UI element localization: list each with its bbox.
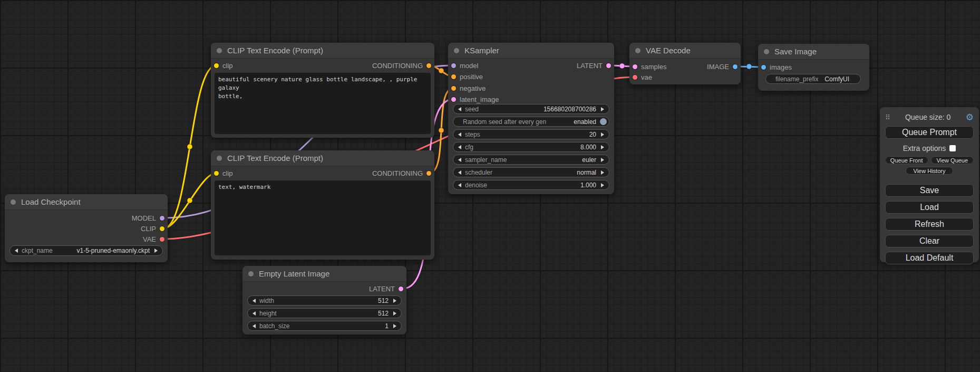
sampler-name-widget[interactable]: sampler_name euler <box>453 155 609 165</box>
collapse-dot[interactable] <box>454 48 459 53</box>
output-dot-conditioning[interactable] <box>426 171 431 176</box>
output-dot-latent[interactable] <box>606 63 611 68</box>
node-empty-latent-header[interactable]: Empty Latent Image <box>242 266 406 282</box>
widget-label: sampler_name <box>465 156 507 164</box>
arrow-left-icon[interactable] <box>458 158 461 162</box>
input-dot-negative[interactable] <box>451 86 456 91</box>
settings-gear-icon[interactable]: ⚙ <box>966 113 974 122</box>
steps-widget[interactable]: steps 20 <box>453 129 609 139</box>
ckpt-name-widget[interactable]: ckpt_name v1-5-pruned-emaonly.ckpt <box>9 245 163 256</box>
output-dot-model[interactable] <box>160 216 164 221</box>
widget-value: normal <box>577 169 596 176</box>
clear-button[interactable]: Clear <box>885 235 974 247</box>
widget-value: 1 <box>385 322 389 330</box>
node-save-image[interactable]: Save Image images filename_prefix ComfyU… <box>758 44 869 91</box>
arrow-right-icon[interactable] <box>601 158 604 162</box>
node-graph-canvas[interactable]: Load Checkpoint MODEL CLIP VAE ckpt_name… <box>0 0 980 372</box>
negative-prompt-textarea[interactable]: text, watermark <box>215 180 431 255</box>
cfg-widget[interactable]: cfg 8.000 <box>453 142 609 152</box>
input-dot-positive[interactable] <box>451 74 456 79</box>
output-dot-clip[interactable] <box>160 226 164 231</box>
input-dot-vae[interactable] <box>633 75 637 80</box>
output-label-latent: LATENT <box>577 62 603 70</box>
input-dot-images[interactable] <box>761 65 766 70</box>
seed-widget[interactable]: seed 156680208700286 <box>453 104 609 114</box>
collapse-dot[interactable] <box>635 48 641 53</box>
arrow-right-icon[interactable] <box>601 132 604 137</box>
arrow-left-icon[interactable] <box>458 145 461 149</box>
arrow-right-icon[interactable] <box>393 324 396 328</box>
arrow-left-icon[interactable] <box>253 324 256 328</box>
queue-prompt-button[interactable]: Queue Prompt <box>885 126 974 139</box>
link-dot-cond-positive[interactable] <box>439 68 444 73</box>
link-dot-cond-negative[interactable] <box>439 128 444 133</box>
node-vae-decode-header[interactable]: VAE Decode <box>629 43 741 59</box>
arrow-right-icon[interactable] <box>393 299 396 303</box>
output-dot-vae[interactable] <box>160 237 164 242</box>
node-save-image-header[interactable]: Save Image <box>758 44 869 60</box>
batch-size-widget[interactable]: batch_size 1 <box>247 321 402 331</box>
load-default-button[interactable]: Load Default <box>885 252 974 264</box>
arrow-left-icon[interactable] <box>253 311 256 316</box>
output-dot-latent[interactable] <box>399 287 403 291</box>
denoise-widget[interactable]: denoise 1.000 <box>453 180 609 190</box>
collapse-dot[interactable] <box>11 199 16 205</box>
random-seed-widget[interactable]: Random seed after every gen enabled <box>453 117 609 127</box>
arrow-left-icon[interactable] <box>458 132 461 137</box>
arrow-left-icon[interactable] <box>458 170 461 175</box>
link-dot-latent-samples[interactable] <box>619 63 625 69</box>
view-queue-button[interactable]: View Queue <box>931 156 974 164</box>
collapse-dot[interactable] <box>764 49 769 54</box>
output-dot-image[interactable] <box>733 64 738 69</box>
input-dot-model[interactable] <box>451 63 456 68</box>
arrow-left-icon[interactable] <box>253 299 256 303</box>
collapse-dot[interactable] <box>217 48 222 53</box>
link-dot-clip-positive[interactable] <box>187 144 192 149</box>
widget-label: steps <box>465 131 480 138</box>
output-slot-vae: VAE <box>143 235 164 243</box>
arrow-left-icon[interactable] <box>458 107 461 111</box>
node-empty-latent-image[interactable]: Empty Latent Image LATENT width 512 heig… <box>242 266 406 335</box>
node-clip-negative-header[interactable]: CLIP Text Encode (Prompt) <box>211 150 434 166</box>
arrow-right-icon[interactable] <box>601 145 604 149</box>
node-clip-text-encode-negative[interactable]: CLIP Text Encode (Prompt) clip CONDITION… <box>211 150 434 260</box>
positive-prompt-textarea[interactable]: beautiful scenery nature glass bottle la… <box>215 73 431 134</box>
load-button[interactable]: Load <box>885 201 974 214</box>
collapse-dot[interactable] <box>248 271 254 276</box>
input-dot-latent-image[interactable] <box>451 97 456 102</box>
collapse-dot[interactable] <box>217 156 222 161</box>
save-button[interactable]: Save <box>885 184 974 197</box>
arrow-right-icon[interactable] <box>601 170 604 175</box>
input-label-clip: clip <box>222 169 233 177</box>
arrow-right-icon[interactable] <box>393 311 396 316</box>
node-load-checkpoint[interactable]: Load Checkpoint MODEL CLIP VAE ckpt_name… <box>5 194 168 262</box>
view-history-button[interactable]: View History <box>906 167 953 175</box>
node-load-checkpoint-header[interactable]: Load Checkpoint <box>5 194 168 210</box>
arrow-right-icon[interactable] <box>601 183 604 187</box>
toggle-circle-icon[interactable] <box>600 118 607 125</box>
input-dot-clip[interactable] <box>214 63 219 68</box>
scheduler-widget[interactable]: scheduler normal <box>453 167 609 177</box>
height-widget[interactable]: height 512 <box>247 308 402 318</box>
arrow-left-icon[interactable] <box>15 249 18 253</box>
arrow-right-icon[interactable] <box>601 107 604 111</box>
output-dot-conditioning[interactable] <box>426 63 431 68</box>
link-dot-image[interactable] <box>746 64 752 69</box>
filename-prefix-widget[interactable]: filename_prefix ComfyUI <box>765 74 861 84</box>
queue-front-button[interactable]: Queue Front <box>885 156 928 164</box>
arrow-left-icon[interactable] <box>458 183 461 187</box>
arrow-right-icon[interactable] <box>154 249 158 253</box>
node-vae-decode[interactable]: VAE Decode samples vae IMAGE <box>629 43 741 84</box>
refresh-button[interactable]: Refresh <box>885 218 974 231</box>
drag-handle-icon[interactable]: ⠿ <box>885 114 890 121</box>
width-widget[interactable]: width 512 <box>247 295 402 306</box>
node-clip-positive-header[interactable]: CLIP Text Encode (Prompt) <box>211 43 434 59</box>
node-ksampler-header[interactable]: KSampler <box>448 43 614 59</box>
extra-options-checkbox[interactable] <box>949 145 956 151</box>
widget-value: euler <box>582 156 596 164</box>
link-dot-clip-negative[interactable] <box>187 198 192 203</box>
node-clip-text-encode-positive[interactable]: CLIP Text Encode (Prompt) clip CONDITION… <box>211 43 434 138</box>
node-ksampler[interactable]: KSampler model positive negative latent_… <box>448 43 614 194</box>
input-dot-clip[interactable] <box>214 171 219 176</box>
input-dot-samples[interactable] <box>633 64 637 69</box>
